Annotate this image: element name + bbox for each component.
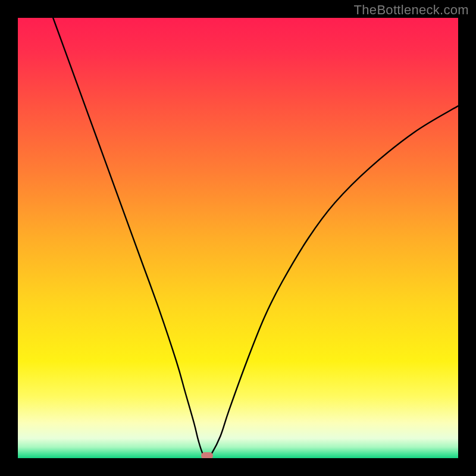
plot-area [18, 18, 458, 458]
chart-frame: TheBottleneck.com [0, 0, 476, 476]
watermark-text: TheBottleneck.com [354, 2, 469, 18]
bottleneck-curve [18, 18, 458, 458]
optimum-marker [201, 452, 213, 458]
